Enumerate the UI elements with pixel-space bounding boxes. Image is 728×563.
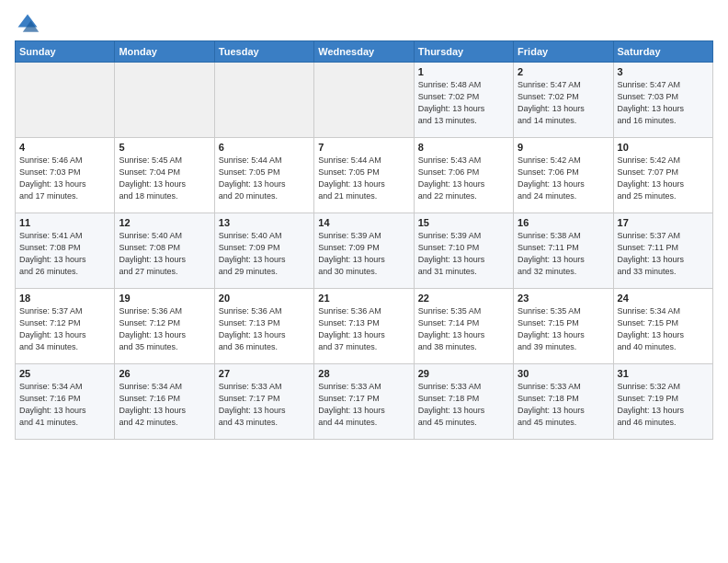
day-info: Sunrise: 5:44 AM Sunset: 7:05 PM Dayligh… <box>219 155 310 202</box>
day-number: 8 <box>418 142 509 153</box>
weekday-header: Tuesday <box>214 41 313 63</box>
day-info: Sunrise: 5:36 AM Sunset: 7:13 PM Dayligh… <box>318 305 409 353</box>
calendar-cell: 13Sunrise: 5:40 AM Sunset: 7:09 PM Dayli… <box>214 213 313 289</box>
day-info: Sunrise: 5:46 AM Sunset: 7:03 PM Dayligh… <box>19 155 110 202</box>
day-number: 26 <box>119 368 210 379</box>
calendar-cell: 21Sunrise: 5:36 AM Sunset: 7:13 PM Dayli… <box>314 289 414 364</box>
day-number: 16 <box>518 217 609 228</box>
day-number: 17 <box>618 217 709 228</box>
day-number: 28 <box>318 368 409 379</box>
day-number: 24 <box>618 293 709 304</box>
calendar-cell: 6Sunrise: 5:44 AM Sunset: 7:05 PM Daylig… <box>214 138 313 213</box>
logo <box>15 11 44 37</box>
logo-icon <box>15 11 40 37</box>
calendar-cell: 31Sunrise: 5:32 AM Sunset: 7:19 PM Dayli… <box>613 364 712 440</box>
day-info: Sunrise: 5:37 AM Sunset: 7:12 PM Dayligh… <box>19 305 110 353</box>
day-number: 13 <box>219 217 310 228</box>
calendar-cell: 20Sunrise: 5:36 AM Sunset: 7:13 PM Dayli… <box>214 289 313 364</box>
day-info: Sunrise: 5:39 AM Sunset: 7:09 PM Dayligh… <box>318 230 409 278</box>
day-number: 3 <box>618 66 709 77</box>
day-number: 15 <box>418 217 509 228</box>
day-number: 2 <box>518 66 609 77</box>
calendar-cell: 12Sunrise: 5:40 AM Sunset: 7:08 PM Dayli… <box>115 213 214 289</box>
day-number: 1 <box>418 66 509 77</box>
day-info: Sunrise: 5:34 AM Sunset: 7:16 PM Dayligh… <box>19 381 110 429</box>
day-number: 7 <box>318 142 409 153</box>
weekday-header: Saturday <box>613 41 712 63</box>
day-info: Sunrise: 5:42 AM Sunset: 7:06 PM Dayligh… <box>518 155 609 202</box>
calendar-body: 1Sunrise: 5:48 AM Sunset: 7:02 PM Daylig… <box>16 63 713 440</box>
day-number: 29 <box>418 368 509 379</box>
calendar-cell: 14Sunrise: 5:39 AM Sunset: 7:09 PM Dayli… <box>314 213 414 289</box>
calendar-cell: 7Sunrise: 5:44 AM Sunset: 7:05 PM Daylig… <box>314 138 414 213</box>
calendar-cell: 5Sunrise: 5:45 AM Sunset: 7:04 PM Daylig… <box>115 138 214 213</box>
calendar-cell: 29Sunrise: 5:33 AM Sunset: 7:18 PM Dayli… <box>414 364 513 440</box>
day-number: 27 <box>219 368 310 379</box>
weekday-header: Friday <box>514 41 613 63</box>
day-info: Sunrise: 5:44 AM Sunset: 7:05 PM Dayligh… <box>318 155 409 202</box>
weekday-header: Thursday <box>414 41 513 63</box>
day-number: 22 <box>418 293 509 304</box>
calendar-cell: 8Sunrise: 5:43 AM Sunset: 7:06 PM Daylig… <box>414 138 513 213</box>
day-number: 23 <box>518 293 609 304</box>
calendar-cell: 4Sunrise: 5:46 AM Sunset: 7:03 PM Daylig… <box>16 138 115 213</box>
calendar-cell <box>115 63 214 138</box>
day-number: 25 <box>19 368 110 379</box>
calendar-cell: 25Sunrise: 5:34 AM Sunset: 7:16 PM Dayli… <box>16 364 115 440</box>
day-info: Sunrise: 5:37 AM Sunset: 7:11 PM Dayligh… <box>618 230 709 278</box>
calendar-cell: 27Sunrise: 5:33 AM Sunset: 7:17 PM Dayli… <box>214 364 313 440</box>
day-number: 5 <box>119 142 210 153</box>
calendar-cell: 18Sunrise: 5:37 AM Sunset: 7:12 PM Dayli… <box>16 289 115 364</box>
day-number: 6 <box>219 142 310 153</box>
calendar-week-row: 11Sunrise: 5:41 AM Sunset: 7:08 PM Dayli… <box>16 213 713 289</box>
calendar-cell <box>214 63 313 138</box>
day-number: 31 <box>618 368 709 379</box>
calendar-cell: 23Sunrise: 5:35 AM Sunset: 7:15 PM Dayli… <box>514 289 613 364</box>
day-number: 12 <box>119 217 210 228</box>
calendar-cell: 26Sunrise: 5:34 AM Sunset: 7:16 PM Dayli… <box>115 364 214 440</box>
calendar-cell: 17Sunrise: 5:37 AM Sunset: 7:11 PM Dayli… <box>613 213 712 289</box>
calendar-week-row: 25Sunrise: 5:34 AM Sunset: 7:16 PM Dayli… <box>16 364 713 440</box>
day-number: 14 <box>318 217 409 228</box>
calendar-cell: 28Sunrise: 5:33 AM Sunset: 7:17 PM Dayli… <box>314 364 414 440</box>
header <box>15 11 713 37</box>
weekday-header: Monday <box>115 41 214 63</box>
calendar-table: SundayMondayTuesdayWednesdayThursdayFrid… <box>15 40 713 440</box>
calendar-header: SundayMondayTuesdayWednesdayThursdayFrid… <box>16 41 713 63</box>
weekday-header: Sunday <box>16 41 115 63</box>
calendar-cell: 1Sunrise: 5:48 AM Sunset: 7:02 PM Daylig… <box>414 63 513 138</box>
day-info: Sunrise: 5:48 AM Sunset: 7:02 PM Dayligh… <box>418 79 509 127</box>
day-info: Sunrise: 5:32 AM Sunset: 7:19 PM Dayligh… <box>618 381 709 429</box>
day-info: Sunrise: 5:33 AM Sunset: 7:17 PM Dayligh… <box>219 381 310 429</box>
day-number: 10 <box>618 142 709 153</box>
calendar-cell: 10Sunrise: 5:42 AM Sunset: 7:07 PM Dayli… <box>613 138 712 213</box>
weekday-header: Wednesday <box>314 41 414 63</box>
calendar-cell: 11Sunrise: 5:41 AM Sunset: 7:08 PM Dayli… <box>16 213 115 289</box>
calendar-cell: 19Sunrise: 5:36 AM Sunset: 7:12 PM Dayli… <box>115 289 214 364</box>
calendar-cell: 24Sunrise: 5:34 AM Sunset: 7:15 PM Dayli… <box>613 289 712 364</box>
calendar-cell: 30Sunrise: 5:33 AM Sunset: 7:18 PM Dayli… <box>514 364 613 440</box>
day-info: Sunrise: 5:36 AM Sunset: 7:12 PM Dayligh… <box>119 305 210 353</box>
calendar-cell: 2Sunrise: 5:47 AM Sunset: 7:02 PM Daylig… <box>514 63 613 138</box>
calendar-week-row: 1Sunrise: 5:48 AM Sunset: 7:02 PM Daylig… <box>16 63 713 138</box>
day-info: Sunrise: 5:40 AM Sunset: 7:08 PM Dayligh… <box>119 230 210 278</box>
day-info: Sunrise: 5:40 AM Sunset: 7:09 PM Dayligh… <box>219 230 310 278</box>
calendar-cell: 16Sunrise: 5:38 AM Sunset: 7:11 PM Dayli… <box>514 213 613 289</box>
day-info: Sunrise: 5:39 AM Sunset: 7:10 PM Dayligh… <box>418 230 509 278</box>
day-info: Sunrise: 5:34 AM Sunset: 7:15 PM Dayligh… <box>618 305 709 353</box>
calendar-cell: 22Sunrise: 5:35 AM Sunset: 7:14 PM Dayli… <box>414 289 513 364</box>
calendar-cell: 15Sunrise: 5:39 AM Sunset: 7:10 PM Dayli… <box>414 213 513 289</box>
calendar-cell <box>16 63 115 138</box>
day-info: Sunrise: 5:47 AM Sunset: 7:03 PM Dayligh… <box>618 79 709 127</box>
day-info: Sunrise: 5:42 AM Sunset: 7:07 PM Dayligh… <box>618 155 709 202</box>
day-info: Sunrise: 5:35 AM Sunset: 7:15 PM Dayligh… <box>518 305 609 353</box>
day-number: 4 <box>19 142 110 153</box>
page: SundayMondayTuesdayWednesdayThursdayFrid… <box>0 0 728 563</box>
day-info: Sunrise: 5:33 AM Sunset: 7:17 PM Dayligh… <box>318 381 409 429</box>
day-number: 30 <box>518 368 609 379</box>
day-info: Sunrise: 5:45 AM Sunset: 7:04 PM Dayligh… <box>119 155 210 202</box>
calendar-week-row: 4Sunrise: 5:46 AM Sunset: 7:03 PM Daylig… <box>16 138 713 213</box>
day-info: Sunrise: 5:41 AM Sunset: 7:08 PM Dayligh… <box>19 230 110 278</box>
day-info: Sunrise: 5:43 AM Sunset: 7:06 PM Dayligh… <box>418 155 509 202</box>
calendar-cell: 3Sunrise: 5:47 AM Sunset: 7:03 PM Daylig… <box>613 63 712 138</box>
